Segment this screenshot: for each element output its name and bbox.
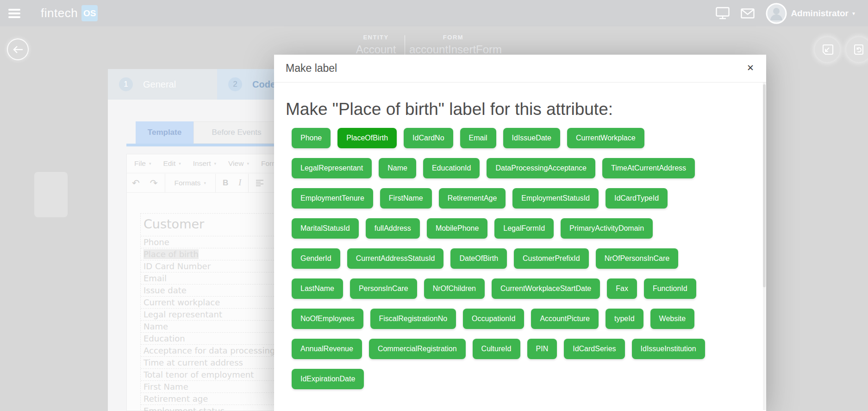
chevron-down-icon: ▾ bbox=[214, 161, 217, 166]
form-label: FORM bbox=[409, 34, 497, 41]
entity-label: ENTITY bbox=[339, 34, 413, 41]
attr-button[interactable]: LastName bbox=[292, 278, 343, 299]
tab-before-events[interactable]: Before Events bbox=[194, 121, 280, 144]
button-row: IdExpirationDate bbox=[292, 369, 755, 389]
chevron-down-icon: ▾ bbox=[247, 161, 249, 166]
tab-general[interactable]: 1 General bbox=[108, 69, 217, 100]
avatar bbox=[766, 3, 787, 24]
brand-fintech-text: fintech bbox=[41, 6, 78, 20]
attr-button[interactable]: EducationId bbox=[423, 158, 480, 178]
button-row: LastName PersonsInCare NrOfChildren Curr… bbox=[292, 278, 755, 299]
attr-button[interactable]: NoOfEmployees bbox=[292, 309, 363, 329]
modal-body: Make "Place of birth" label for this att… bbox=[274, 82, 766, 389]
attr-button[interactable]: FirstName bbox=[380, 188, 432, 209]
scrollbar-thumb[interactable] bbox=[763, 84, 766, 287]
attr-button[interactable]: Email bbox=[460, 128, 496, 148]
attr-button[interactable]: CustomerPrefixId bbox=[514, 248, 589, 269]
menu-view[interactable]: View▾ bbox=[222, 159, 255, 168]
mail-icon[interactable] bbox=[741, 8, 755, 19]
attr-button[interactable]: AccountPicture bbox=[531, 309, 599, 329]
step-label: General bbox=[143, 79, 176, 90]
attr-button[interactable]: LegalRepresentant bbox=[292, 158, 372, 178]
attr-button[interactable]: IdCardNo bbox=[404, 128, 453, 148]
attr-button[interactable]: NrOfPersonsInCare bbox=[596, 248, 679, 269]
attr-button[interactable]: typeId bbox=[606, 309, 643, 329]
chevron-down-icon: ▾ bbox=[149, 161, 151, 166]
user-name: Administrator bbox=[791, 8, 849, 19]
attr-button[interactable]: CurrentAddressStatusId bbox=[347, 248, 444, 269]
attr-button[interactable]: IdExpirationDate bbox=[292, 369, 364, 389]
attr-button[interactable]: CultureId bbox=[473, 339, 520, 359]
step-number: 1 bbox=[119, 77, 133, 91]
hamburger-menu-icon[interactable] bbox=[8, 9, 20, 18]
button-row: EmploymentTenure FirstName RetirementAge… bbox=[292, 188, 755, 209]
attr-button[interactable]: Fax bbox=[607, 278, 637, 299]
background-widget bbox=[34, 172, 68, 217]
attr-button[interactable]: CommercialRegistration bbox=[369, 339, 466, 359]
align-left-icon[interactable] bbox=[250, 179, 269, 186]
modal-scrollbar[interactable] bbox=[763, 82, 766, 410]
chevron-down-icon: ▾ bbox=[204, 181, 206, 185]
attr-button[interactable]: IdIssueInstitution bbox=[632, 339, 705, 359]
attribute-buttons: Phone PlaceOfBirth IdCardNo Email IdIssu… bbox=[286, 128, 755, 389]
sync-button[interactable] bbox=[846, 37, 868, 62]
tab-template[interactable]: Template bbox=[136, 121, 194, 144]
toolbar-separator bbox=[248, 174, 249, 192]
attr-button[interactable]: EmploymentTenure bbox=[292, 188, 373, 209]
attr-button[interactable]: NrOfChildren bbox=[424, 278, 485, 299]
attr-button[interactable]: MaritalStatusId bbox=[292, 218, 359, 239]
monitor-icon[interactable] bbox=[716, 7, 730, 19]
button-row: GenderId CurrentAddressStatusId DateOfBi… bbox=[292, 248, 755, 269]
attr-button[interactable]: PersonsInCare bbox=[350, 278, 417, 299]
attr-button[interactable]: DataProcessingAcceptance bbox=[487, 158, 595, 178]
attr-button[interactable]: LegalFormId bbox=[494, 218, 554, 239]
attr-button[interactable]: Phone bbox=[292, 128, 331, 148]
attr-button[interactable]: CurrentWorkplace bbox=[567, 128, 644, 148]
screen: fintech OS bbox=[0, 0, 868, 411]
attr-button[interactable]: Name bbox=[379, 158, 416, 178]
brand-logo: fintech OS bbox=[41, 5, 98, 21]
attr-button[interactable]: GenderId bbox=[292, 248, 340, 269]
menu-file[interactable]: File▾ bbox=[128, 159, 157, 168]
attr-button[interactable]: OccupationId bbox=[463, 309, 524, 329]
attr-button[interactable]: PIN bbox=[527, 339, 557, 359]
menu-edit[interactable]: Edit▾ bbox=[157, 159, 187, 168]
attr-button[interactable]: MobilePhone bbox=[427, 218, 487, 239]
toolbar-separator bbox=[165, 174, 165, 192]
undo-icon[interactable]: ↶ bbox=[127, 177, 145, 189]
step-number: 2 bbox=[228, 77, 242, 91]
attr-button[interactable]: PrimaryActivityDomain bbox=[561, 218, 653, 239]
entity-value: Account bbox=[339, 43, 413, 56]
close-icon[interactable]: ✕ bbox=[745, 61, 756, 75]
button-row: NoOfEmployees FiscalRegistrationNo Occup… bbox=[292, 309, 755, 329]
attr-button[interactable]: FiscalRegistrationNo bbox=[370, 309, 456, 329]
attr-button-selected[interactable]: PlaceOfBirth bbox=[337, 128, 397, 148]
chevron-down-icon: ▾ bbox=[179, 161, 181, 166]
save-button[interactable] bbox=[815, 37, 840, 62]
modal-heading: Make "Place of birth" label for this att… bbox=[286, 99, 755, 120]
form-value: accountInsertForm bbox=[409, 43, 497, 56]
attr-button[interactable]: DateOfBirth bbox=[450, 248, 507, 269]
make-label-modal: Make label ✕ Make "Place of birth" label… bbox=[274, 55, 766, 411]
attr-button[interactable]: CurrentWorkplaceStartDate bbox=[492, 278, 600, 299]
topbar: fintech OS bbox=[0, 0, 868, 26]
bold-button[interactable]: B bbox=[218, 178, 233, 188]
toolbar-separator bbox=[215, 174, 216, 192]
attr-button[interactable]: IdCardTypeId bbox=[606, 188, 668, 209]
attr-button[interactable]: RetirementAge bbox=[439, 188, 506, 209]
attr-button[interactable]: FunctionId bbox=[644, 278, 696, 299]
italic-button[interactable]: I bbox=[233, 178, 246, 188]
attr-button[interactable]: AnnualRevenue bbox=[292, 339, 362, 359]
user-menu[interactable]: Administrator ▾ bbox=[766, 3, 855, 24]
menu-insert[interactable]: Insert▾ bbox=[187, 159, 222, 168]
attr-button[interactable]: IdCardSeries bbox=[564, 339, 624, 359]
attr-button[interactable]: IdIssueDate bbox=[503, 128, 560, 148]
redo-icon[interactable]: ↷ bbox=[145, 177, 163, 189]
formats-dropdown[interactable]: Formats▾ bbox=[167, 179, 213, 187]
modal-title: Make label bbox=[286, 55, 337, 82]
attr-button[interactable]: EmploymentStatusId bbox=[512, 188, 599, 209]
step-label: Code bbox=[252, 79, 275, 90]
attr-button[interactable]: TimeAtCurrentAddress bbox=[602, 158, 695, 178]
attr-button[interactable]: Website bbox=[650, 309, 695, 329]
attr-button[interactable]: fullAddress bbox=[366, 218, 420, 239]
